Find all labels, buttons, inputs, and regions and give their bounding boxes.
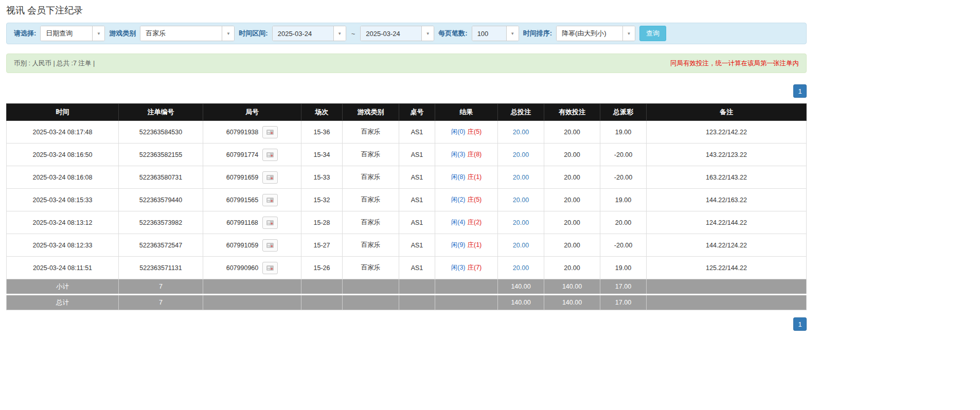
cell-round-id: 607991565 [203,189,301,211]
cell-session: 15-26 [301,257,343,279]
caret-down-icon[interactable]: ▼ [506,26,519,41]
pagination-page-button[interactable]: 1 [793,84,807,98]
round-id-text: 607991774 [226,151,259,158]
cell-valid-bet: 20.00 [544,144,600,166]
total-empty-cell [647,295,807,310]
subtotal-payout: 17.00 [600,279,647,295]
view-round-result-button[interactable] [262,262,278,274]
subtotal-empty-cell [647,279,807,295]
cell-table-no: AS1 [399,121,435,144]
caret-down-icon[interactable]: ▼ [622,26,635,41]
cell-bet-id: 522363584530 [119,121,203,144]
total-empty-cell [301,295,343,310]
cell-valid-bet: 20.00 [544,121,600,144]
date-to-value: 2025-03-24 [361,26,421,41]
total-bet-link[interactable]: 20.00 [513,151,529,158]
date-type-value: 日期查询 [41,26,92,41]
cell-remark: 125.22/144.22 [647,257,807,279]
total-bet-link[interactable]: 20.00 [513,129,529,136]
total-bet-link[interactable]: 20.00 [513,174,529,181]
header-total-bet: 总投注 [498,104,544,121]
total-bet-link[interactable]: 20.00 [513,264,529,272]
view-round-result-button[interactable] [262,239,278,252]
view-round-result-button[interactable] [262,126,278,138]
table-row: 2025-03-24 08:12:33 522363572547 6079910… [7,234,807,257]
page-size-input[interactable]: 100 ▼ [472,26,519,41]
table-row: 2025-03-24 08:11:51 522363571131 6079909… [7,257,807,279]
total-bet-link[interactable]: 20.00 [513,242,529,249]
total-bet-link[interactable]: 20.00 [513,197,529,204]
game-type-select[interactable]: 百家乐 ▼ [140,26,235,41]
cell-bet-id: 522363573982 [119,211,203,234]
cell-result: 闲(4)庄(2) [435,211,498,234]
cell-total-bet: 20.00 [498,166,544,189]
cell-round-id: 607991659 [203,166,301,189]
date-to-input[interactable]: 2025-03-24 ▼ [360,26,434,41]
cell-result: 闲(3)庄(8) [435,144,498,166]
total-empty-cell [203,295,301,310]
date-from-input[interactable]: 2025-03-24 ▼ [272,26,346,41]
total-row: 总计 7 140.00 140.00 17.00 [7,295,807,310]
view-round-result-button[interactable] [262,149,278,161]
info-bar: 币别 : 人民币 | 总共 :7 注单 | 同局有效投注，统一计算在该局第一张注… [6,54,807,73]
header-payout: 总派彩 [600,104,647,121]
total-empty-cell [399,295,435,310]
date-type-select[interactable]: 日期查询 ▼ [40,26,105,41]
cell-time: 2025-03-24 08:13:12 [7,211,119,234]
round-id-text: 607991659 [226,174,259,181]
cell-time: 2025-03-24 08:16:08 [7,166,119,189]
caret-down-icon[interactable]: ▼ [421,26,434,41]
cell-table-no: AS1 [399,166,435,189]
cell-game-type: 百家乐 [343,189,399,211]
page-size-label: 每页笔数: [438,29,467,38]
video-result-icon [266,219,274,226]
sort-label: 时间排序: [523,29,552,38]
result-banker: 庄(8) [468,151,482,158]
view-round-result-button[interactable] [262,171,278,184]
caret-down-icon[interactable]: ▼ [333,26,346,41]
table-header-row: 时间 注单编号 局号 场次 游戏类别 桌号 结果 总投注 有效投注 总派彩 备注 [7,104,807,121]
cell-total-bet: 20.00 [498,234,544,257]
date-from-value: 2025-03-24 [273,26,333,41]
view-round-result-button[interactable] [262,217,278,229]
round-id-text: 607990960 [226,264,259,272]
cell-valid-bet: 20.00 [544,189,600,211]
cell-table-no: AS1 [399,211,435,234]
cell-valid-bet: 20.00 [544,257,600,279]
cell-round-id: 607991774 [203,144,301,166]
total-count: 7 [119,295,203,310]
cell-result: 闲(3)庄(7) [435,257,498,279]
pagination-page-button[interactable]: 1 [793,317,807,331]
sort-select[interactable]: 降幂(由大到小) ▼ [556,26,635,41]
cell-total-bet: 20.00 [498,211,544,234]
cell-payout: 19.00 [600,257,647,279]
video-result-icon [266,129,274,136]
view-round-result-button[interactable] [262,194,278,206]
subtotal-empty-cell [301,279,343,295]
subtotal-row: 小计 7 140.00 140.00 17.00 [7,279,807,295]
table-row: 2025-03-24 08:17:48 522363584530 6079919… [7,121,807,144]
cell-time: 2025-03-24 08:16:50 [7,144,119,166]
total-bet-link[interactable]: 20.00 [513,219,529,226]
caret-down-icon[interactable]: ▼ [222,26,234,41]
table-row: 2025-03-24 08:16:08 522363580731 6079916… [7,166,807,189]
cell-game-type: 百家乐 [343,121,399,144]
round-id-text: 607991938 [226,129,259,136]
subtotal-empty-cell [343,279,399,295]
query-button[interactable]: 查询 [639,26,666,41]
table-row: 2025-03-24 08:15:33 522363579440 6079915… [7,189,807,211]
subtotal-valid-bet: 140.00 [544,279,600,295]
total-label: 总计 [7,295,119,310]
header-time: 时间 [7,104,119,121]
result-player: 闲(3) [451,151,466,158]
cell-remark: 124.22/144.22 [647,211,807,234]
result-banker: 庄(1) [468,241,482,248]
cell-bet-id: 522363579440 [119,189,203,211]
header-valid-bet: 有效投注 [544,104,600,121]
cell-session: 15-28 [301,211,343,234]
caret-down-icon[interactable]: ▼ [92,26,104,41]
total-empty-cell [435,295,498,310]
result-banker: 庄(2) [468,219,482,226]
result-player: 闲(0) [451,128,466,135]
result-player: 闲(9) [451,241,466,248]
